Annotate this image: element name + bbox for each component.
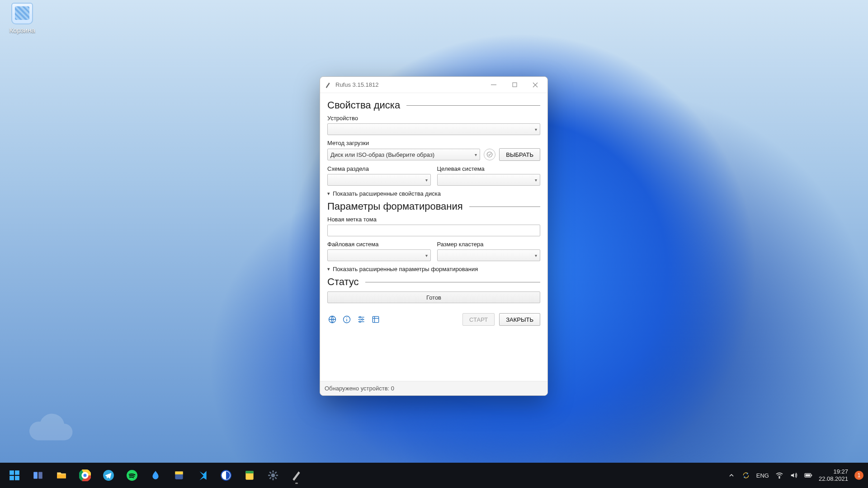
start-button[interactable]	[5, 465, 24, 485]
label-partition-scheme: Схема раздела	[327, 165, 431, 172]
tray-time: 19:27	[819, 468, 848, 475]
svg-rect-17	[15, 470, 19, 475]
toggle-advanced-format[interactable]: ▾ Показать расширенные параметры формати…	[327, 266, 540, 272]
label-device: Устройство	[327, 115, 540, 122]
rainmeter-icon[interactable]	[146, 465, 165, 485]
target-system-combo[interactable]: ▾	[437, 174, 541, 186]
desktop: Корзина Rufus 3.15.1812 Свойс	[0, 0, 868, 488]
label-target-system: Целевая система	[437, 165, 541, 172]
chevron-down-icon: ▾	[535, 127, 537, 132]
select-button[interactable]: ВЫБРАТЬ	[499, 148, 540, 161]
tray-clock[interactable]: 19:27 22.08.2021	[819, 468, 848, 482]
svg-rect-48	[805, 474, 810, 477]
svg-rect-1	[513, 83, 517, 87]
svg-point-6	[346, 317, 347, 318]
app-icon-generic[interactable]	[169, 465, 189, 485]
minimize-button[interactable]	[483, 78, 504, 92]
notes-icon[interactable]	[240, 465, 259, 485]
svg-rect-32	[175, 471, 183, 474]
svg-point-46	[779, 477, 780, 478]
tray-chevron-up-icon[interactable]	[727, 471, 736, 479]
tray-language[interactable]: ENG	[756, 472, 769, 479]
boot-method-combo[interactable]: Диск или ISO-образ (Выберите образ) ▾	[327, 149, 480, 160]
tray-volume-icon[interactable]	[790, 471, 798, 479]
footer-status: Обнаружено устройств: 0	[320, 381, 547, 395]
svg-rect-22	[57, 474, 66, 479]
label-file-system: Файловая система	[327, 241, 431, 248]
toggle-advanced-drive-label: Показать расширенные свойства диска	[333, 190, 441, 197]
section-format-options: Параметры форматирования	[327, 201, 463, 212]
chevron-down-icon: ▾	[425, 178, 428, 183]
partition-scheme-combo[interactable]: ▾	[327, 174, 431, 186]
rufus-window: Rufus 3.15.1812 Свойства диска Устройств…	[320, 76, 548, 396]
svg-point-2	[487, 152, 492, 157]
svg-rect-36	[245, 471, 253, 473]
status-bar: Готов	[327, 291, 540, 303]
divider	[365, 282, 540, 282]
svg-rect-0	[491, 84, 496, 85]
task-view-button[interactable]	[28, 465, 48, 485]
device-combo[interactable]: ▾	[327, 123, 540, 135]
rufus-taskbar-icon[interactable]	[287, 465, 307, 485]
svg-rect-49	[811, 474, 812, 476]
recycle-bin-icon	[11, 3, 33, 24]
svg-rect-18	[9, 476, 14, 480]
app-icon	[325, 81, 332, 89]
svg-point-11	[362, 319, 363, 320]
info-icon-button[interactable]	[342, 314, 352, 324]
close-app-button[interactable]: ЗАКРЫТЬ	[499, 313, 540, 326]
svg-line-45	[275, 472, 276, 473]
verify-icon-button[interactable]	[484, 149, 495, 160]
window-title: Rufus 3.15.1812	[335, 81, 483, 88]
titlebar[interactable]: Rufus 3.15.1812	[320, 77, 547, 93]
svg-point-12	[359, 321, 361, 322]
svg-line-42	[269, 472, 271, 473]
maximize-button[interactable]	[504, 78, 525, 92]
notification-badge[interactable]: 1	[854, 471, 863, 480]
start-button[interactable]: СТАРТ	[462, 313, 495, 326]
volume-label-input[interactable]	[327, 225, 540, 236]
cluster-size-combo[interactable]: ▾	[437, 249, 541, 261]
svg-point-10	[359, 316, 361, 318]
browser-icon[interactable]	[216, 465, 236, 485]
svg-rect-19	[15, 476, 19, 480]
file-explorer-icon[interactable]	[52, 465, 71, 485]
svg-line-44	[269, 477, 271, 479]
chevron-down-icon: ▾	[535, 253, 537, 258]
language-icon-button[interactable]	[327, 314, 337, 324]
svg-rect-16	[9, 470, 14, 475]
toggle-advanced-format-label: Показать расширенные параметры форматиро…	[333, 266, 478, 272]
chevron-down-icon: ▾	[425, 253, 428, 258]
section-status: Статус	[327, 276, 359, 288]
recycle-bin[interactable]: Корзина	[5, 3, 40, 34]
recycle-bin-label: Корзина	[5, 26, 40, 34]
spotify-icon[interactable]	[122, 465, 142, 485]
telegram-icon[interactable]	[99, 465, 118, 485]
onedrive-watermark-icon	[25, 403, 75, 453]
chevron-down-icon: ▾	[535, 178, 537, 183]
label-volume-label: Новая метка тома	[327, 216, 540, 223]
divider	[469, 206, 540, 207]
label-cluster-size: Размер кластера	[437, 241, 541, 248]
chevron-down-icon: ▾	[475, 152, 477, 157]
divider	[406, 105, 540, 106]
close-button[interactable]	[525, 78, 546, 92]
tray-battery-icon[interactable]	[804, 471, 812, 479]
tray-sync-icon[interactable]	[742, 471, 750, 479]
log-icon-button[interactable]	[371, 314, 381, 324]
taskbar: ENG 19:27 22.08.2021 1	[0, 463, 868, 488]
tray-wifi-icon[interactable]	[775, 471, 783, 479]
status-text: Готов	[426, 294, 441, 301]
settings-icon[interactable]	[263, 465, 283, 485]
toggle-advanced-drive[interactable]: ▾ Показать расширенные свойства диска	[327, 190, 540, 197]
file-system-combo[interactable]: ▾	[327, 249, 431, 261]
svg-line-43	[275, 477, 276, 479]
chevron-down-icon: ▾	[327, 266, 330, 272]
label-boot-method: Метод загрузки	[327, 140, 540, 146]
boot-method-value: Диск или ISO-образ (Выберите образ)	[330, 151, 434, 158]
vscode-icon[interactable]	[193, 465, 212, 485]
svg-rect-21	[38, 472, 42, 479]
settings-icon-button[interactable]	[356, 314, 366, 324]
chrome-icon[interactable]	[75, 465, 95, 485]
chevron-down-icon: ▾	[327, 191, 330, 197]
